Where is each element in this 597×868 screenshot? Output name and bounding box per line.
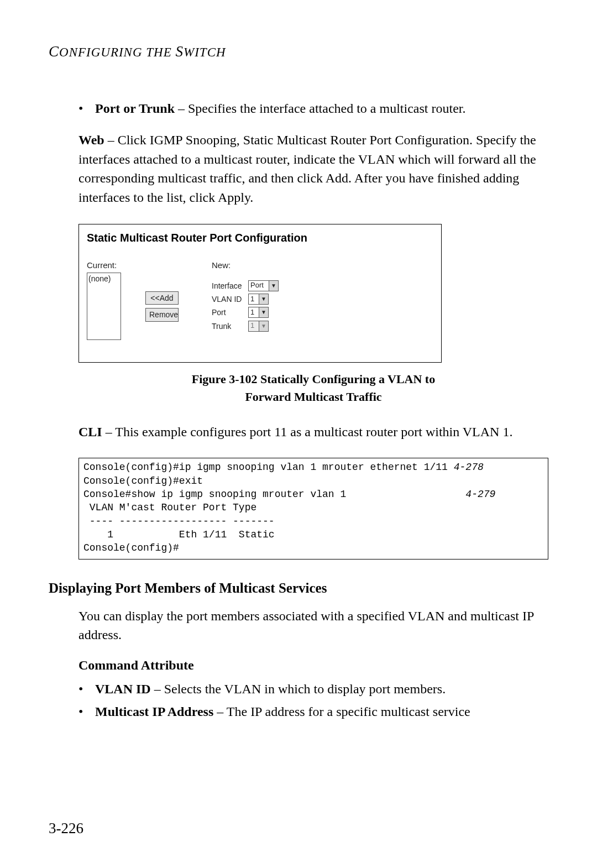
new-label: New:	[212, 259, 279, 271]
current-listbox[interactable]: (none)	[87, 273, 121, 340]
add-button[interactable]: <<Add	[145, 291, 179, 305]
bullet-icon: •	[78, 702, 95, 721]
chevron-down-icon: ▼	[269, 281, 278, 291]
bullet-label: Port or Trunk	[95, 101, 175, 116]
cli-text: – This example configures port 11 as a m…	[102, 425, 513, 439]
attr-label: VLAN ID	[95, 682, 151, 696]
trunk-value: 1	[249, 321, 259, 331]
figure-line2: Forward Multicast Traffic	[245, 390, 381, 404]
bullet-text: – Specifies the interface attached to a …	[175, 101, 465, 116]
web-paragraph: Web – Click IGMP Snooping, Static Multic…	[78, 130, 548, 207]
page-number: 3-226	[49, 820, 83, 837]
trunk-label: Trunk	[212, 321, 248, 332]
cli-paragraph: CLI – This example configures port 11 as…	[78, 422, 548, 442]
current-label: Current:	[87, 259, 120, 271]
vlan-label: VLAN ID	[212, 294, 248, 305]
section-intro: You can display the port members associa…	[78, 606, 548, 645]
bullet-icon: •	[78, 99, 95, 118]
interface-value: Port	[249, 280, 269, 291]
attr-label: Multicast IP Address	[95, 704, 213, 719]
chevron-down-icon: ▼	[259, 321, 268, 331]
web-text: – Click IGMP Snooping, Static Multicast …	[78, 133, 536, 205]
shot-title: Static Multicast Router Port Configurati…	[87, 230, 436, 246]
bullet-icon: •	[78, 679, 95, 699]
section-title: Displaying Port Members of Multicast Ser…	[49, 578, 548, 598]
attr-multicast-ip: • Multicast IP Address – The IP address …	[78, 702, 548, 721]
port-value: 1	[249, 307, 259, 318]
figure-line1: Figure 3-102 Statically Configuring a VL…	[192, 372, 435, 386]
vlan-value: 1	[249, 294, 259, 305]
attr-text: – The IP address for a specific multicas…	[213, 704, 470, 719]
chevron-down-icon: ▼	[259, 294, 268, 304]
remove-button[interactable]: Remove	[145, 308, 179, 321]
interface-label: Interface	[212, 280, 248, 291]
port-select[interactable]: 1 ▼	[248, 307, 269, 318]
attr-text: – Selects the VLAN in which to display p…	[151, 682, 446, 696]
vlan-select[interactable]: 1 ▼	[248, 294, 269, 305]
running-header-text: ONFIGURING THE	[59, 45, 176, 59]
chevron-down-icon: ▼	[259, 307, 268, 317]
interface-select[interactable]: Port ▼	[248, 280, 279, 291]
web-lead: Web	[78, 133, 104, 147]
figure-caption: Figure 3-102 Statically Configuring a VL…	[78, 370, 548, 406]
port-label: Port	[212, 307, 248, 318]
bullet-port-trunk: • Port or Trunk – Specifies the interfac…	[78, 99, 548, 118]
attr-vlan-id: • VLAN ID – Selects the VLAN in which to…	[78, 679, 548, 699]
config-screenshot: Static Multicast Router Port Configurati…	[78, 224, 442, 363]
command-attribute-heading: Command Attribute	[78, 656, 548, 675]
current-value: (none)	[88, 274, 111, 283]
cli-lead: CLI	[78, 425, 102, 439]
cli-output: Console(config)#ip igmp snooping vlan 1 …	[78, 458, 548, 560]
running-header: CONFIGURING THE SWITCH	[49, 43, 548, 60]
trunk-select: 1 ▼	[248, 321, 269, 332]
